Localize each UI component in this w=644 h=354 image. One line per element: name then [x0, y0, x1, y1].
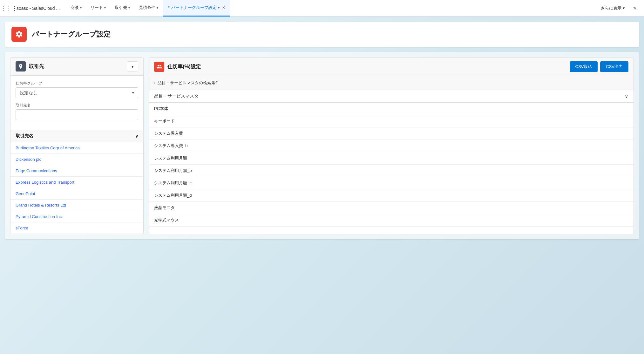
- left-panel-body: 仕切率グループ 設定なし 取引先名: [10, 76, 143, 130]
- grid-icon[interactable]: ⋮⋮⋮: [4, 3, 14, 13]
- list-item[interactable]: システム導入費: [149, 127, 634, 140]
- nav-item-mikumori[interactable]: 見積条件 ▾: [134, 0, 163, 17]
- list-item[interactable]: Burlington Textiles Corp of America: [10, 142, 143, 154]
- csv-import-button[interactable]: CSV取込: [570, 61, 598, 72]
- product-list: PC本体 キーボード システム導入費 システム導入費_b システム利用月額 シス…: [149, 103, 634, 227]
- account-list-header-label: 取引先名: [16, 133, 33, 139]
- nav-item-shadan-label: 商談: [71, 5, 79, 10]
- filter-group: 仕切率グループ 設定なし: [16, 81, 138, 98]
- account-name-label: 取引先名: [16, 103, 138, 108]
- page-title: パートナーグループ設定: [32, 30, 111, 39]
- more-chevron-icon: ▾: [623, 6, 625, 10]
- list-item[interactable]: Express Logistics and Transport: [10, 177, 143, 188]
- right-panel-scroll: › 品目・サービスマスタの検索条件 品目・サービスマスタ ∨ PC本体 キーボー…: [149, 76, 634, 227]
- nav-chevron-1: ▾: [104, 6, 106, 10]
- product-master-chevron[interactable]: ∨: [625, 93, 628, 99]
- more-button[interactable]: さらに表示 ▾: [597, 0, 629, 17]
- left-panel: 取引先 ▾ 仕切率グループ 設定なし 取引先名 取引先名 ∨: [10, 57, 144, 234]
- list-item[interactable]: システム利用月額_b: [149, 165, 634, 177]
- nav-item-mikumori-label: 見積条件: [139, 5, 155, 10]
- discount-icon: [154, 62, 164, 72]
- left-panel-dropdown-button[interactable]: ▾: [127, 61, 138, 71]
- account-list: Burlington Textiles Corp of America Dick…: [10, 142, 143, 234]
- list-item[interactable]: Pyramid Construction Inc.: [10, 211, 143, 222]
- search-conditions-label: 品目・サービスマスタの検索条件: [158, 80, 220, 86]
- nav-chevron-2: ▾: [128, 6, 130, 10]
- list-item[interactable]: 光学式マウス: [149, 214, 634, 227]
- csv-export-button[interactable]: CSV出力: [600, 61, 628, 72]
- search-conditions-chevron: ›: [154, 81, 155, 85]
- search-conditions-toggle[interactable]: › 品目・サービスマスタの検索条件: [149, 76, 634, 90]
- account-list-header: 取引先名 ∨: [10, 130, 143, 142]
- product-master-label: 品目・サービスマスタ: [154, 93, 199, 99]
- right-panel-header-left: 仕切率(%)設定: [154, 62, 201, 72]
- account-icon: [16, 61, 26, 71]
- right-panel-header: 仕切率(%)設定 CSV取込 CSV出力: [149, 58, 634, 76]
- account-name-input[interactable]: [16, 109, 138, 120]
- list-item[interactable]: システム利用月額: [149, 152, 634, 165]
- edit-icon[interactable]: ✎: [630, 0, 640, 17]
- nav-chevron-3: ▾: [157, 6, 158, 10]
- main-container: パートナーグループ設定 取引先 ▾ 仕切率グループ: [0, 17, 644, 354]
- product-master-row: 品目・サービスマスタ ∨: [149, 90, 634, 103]
- right-panel-title: 仕切率(%)設定: [167, 64, 201, 70]
- filter-group-label: 仕切率グループ: [16, 81, 138, 86]
- nav-items: 商談 ▾ リード ▾ 取引先 ▾ 見積条件 ▾ ＊パートナーグループ設定 ▾ ✕: [66, 0, 596, 17]
- nav-item-lead-label: リード: [91, 5, 103, 10]
- list-item[interactable]: GenePoint: [10, 188, 143, 200]
- page-header-icon: [11, 27, 27, 42]
- nav-item-close[interactable]: ✕: [222, 5, 225, 10]
- list-item[interactable]: 液晶モニタ: [149, 202, 634, 214]
- app-title: soasc - SalesCloud ...: [15, 6, 60, 11]
- list-item[interactable]: システム利用月額_c: [149, 177, 634, 189]
- nav-item-torihikisaki-label: 取引先: [115, 5, 127, 10]
- right-panel-buttons: CSV取込 CSV出力: [570, 61, 628, 72]
- right-panel: 仕切率(%)設定 CSV取込 CSV出力 › 品目・サービスマスタの検索条件: [149, 57, 634, 234]
- list-item[interactable]: Dickenson plc: [10, 154, 143, 165]
- nav-item-shadan[interactable]: 商談 ▾: [66, 0, 86, 17]
- nav-chevron-0: ▾: [80, 6, 82, 10]
- account-list-sort-icon[interactable]: ∨: [135, 133, 138, 139]
- nav-item-partner-label: ＊パートナーグループ設定: [167, 5, 217, 10]
- nav-item-lead[interactable]: リード ▾: [86, 0, 110, 17]
- filter-group-select[interactable]: 設定なし: [16, 87, 138, 98]
- nav-chevron-4: ▾: [218, 6, 220, 10]
- list-item[interactable]: システム利用月額_d: [149, 189, 634, 202]
- more-label: さらに表示: [601, 5, 621, 11]
- left-panel-title: 取引先: [29, 63, 44, 70]
- list-item[interactable]: Edge Communications: [10, 165, 143, 177]
- account-name-group: 取引先名: [16, 103, 138, 120]
- page-header: パートナーグループ設定: [5, 22, 639, 47]
- nav-item-partner[interactable]: ＊パートナーグループ設定 ▾ ✕: [163, 0, 230, 17]
- list-item[interactable]: Grand Hotels & Resorts Ltd: [10, 200, 143, 211]
- list-item[interactable]: PC本体: [149, 103, 634, 115]
- left-panel-header: 取引先 ▾: [10, 58, 143, 76]
- content-layout: 取引先 ▾ 仕切率グループ 設定なし 取引先名 取引先名 ∨: [5, 52, 639, 239]
- list-item[interactable]: sForce: [10, 222, 143, 234]
- left-panel-header-left: 取引先: [16, 61, 44, 71]
- nav-item-torihikisaki[interactable]: 取引先 ▾: [110, 0, 134, 17]
- top-navigation: ⋮⋮⋮ soasc - SalesCloud ... 商談 ▾ リード ▾ 取引…: [0, 0, 644, 17]
- list-item[interactable]: キーボード: [149, 115, 634, 127]
- search-conditions: › 品目・サービスマスタの検索条件: [149, 76, 634, 90]
- list-item[interactable]: システム導入費_b: [149, 140, 634, 152]
